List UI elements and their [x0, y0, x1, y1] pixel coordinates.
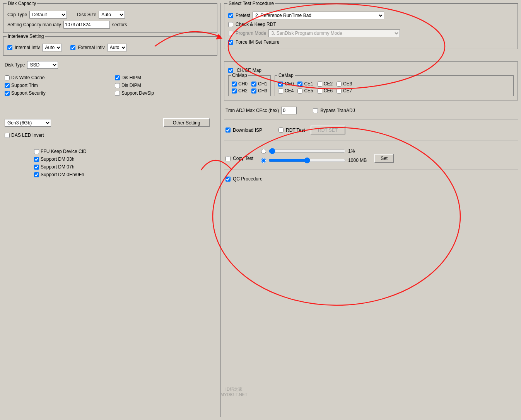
ce1-checkbox[interactable]	[297, 82, 302, 87]
dis-dipm-label[interactable]: Dis DIPM	[115, 83, 217, 88]
pretest-checkbox[interactable]	[228, 13, 233, 18]
qc-procedure-label: QC Procedure	[233, 176, 263, 182]
support-dm-07h-label[interactable]: Support DM 07h	[34, 164, 217, 170]
program-mode-label: Program Mode	[236, 31, 266, 36]
copy-test-checkbox[interactable]	[225, 156, 231, 161]
pretest-label: Pretest	[236, 13, 250, 18]
support-security-checkbox[interactable]	[5, 91, 10, 96]
program-mode-checkbox[interactable]	[228, 31, 233, 36]
tran-adj-label: Tran ADJ Max CEcc (hex)	[225, 108, 279, 113]
disk-capacity-title: Disk Capacity	[7, 1, 37, 6]
ce6-label[interactable]: CE6	[317, 88, 333, 94]
ce1-label[interactable]: CE1	[297, 81, 313, 87]
sectors-label: sectors	[112, 22, 127, 27]
support-trim-label[interactable]: Support Trim	[5, 83, 107, 88]
check-keep-rdt-checkbox[interactable]	[228, 22, 233, 27]
ffu-keep-device-cid-label[interactable]: FFU Keep Device CID	[34, 149, 217, 154]
set-button[interactable]: Set	[374, 154, 394, 163]
support-devslp-checkbox[interactable]	[115, 91, 120, 96]
ch2-checkbox[interactable]	[232, 88, 237, 94]
chmap-group: ChMap CH0 CH1	[228, 75, 271, 96]
bypass-tran-adj-label: Bypass TranADJ	[320, 108, 355, 113]
ch3-checkbox[interactable]	[251, 88, 256, 94]
rdt-test-checkbox[interactable]	[278, 128, 284, 133]
ch1-checkbox[interactable]	[251, 82, 256, 87]
ch2-label[interactable]: CH2	[232, 88, 248, 94]
ch-ce-map-group: CH/CE Map ChMap CH0 CH	[224, 61, 518, 100]
support-devslp-label[interactable]: Support DevSlp	[115, 90, 217, 96]
bypass-tran-adj-checkbox[interactable]	[313, 108, 318, 113]
setting-capacity-label: Setting Capacity manually	[7, 22, 61, 27]
ce2-label[interactable]: CE2	[317, 81, 333, 87]
qc-procedure-checkbox[interactable]	[225, 177, 231, 182]
ffu-keep-device-cid-checkbox[interactable]	[34, 149, 39, 154]
dis-dipm-checkbox[interactable]	[115, 83, 120, 88]
ch-ce-map-label: CH/CE Map	[236, 68, 263, 73]
internal-intlv-select[interactable]: Auto 1 2 4	[42, 44, 62, 51]
ce5-label[interactable]: CE5	[297, 88, 313, 94]
setting-capacity-input[interactable]	[63, 21, 110, 29]
ch0-label[interactable]: CH0	[232, 81, 248, 87]
ch3-label[interactable]: CH3	[251, 88, 267, 94]
disk-size-select[interactable]: Auto Custom	[99, 11, 125, 19]
copy-test-label: Copy Test	[233, 156, 253, 161]
slider2-range[interactable]	[268, 157, 346, 163]
ce3-checkbox[interactable]	[337, 82, 342, 87]
dis-write-cache-label[interactable]: Dis Write Cache	[5, 75, 107, 80]
external-intlv-label: External Intlv	[78, 45, 104, 50]
download-isp-label: Download ISP	[233, 128, 262, 133]
tran-adj-input[interactable]	[281, 107, 297, 114]
support-dm-0eh-checkbox[interactable]	[34, 172, 39, 177]
cap-type-select[interactable]: Default User Defined	[29, 11, 67, 19]
ce2-checkbox[interactable]	[317, 82, 322, 87]
force-im-set-feature-checkbox[interactable]	[228, 40, 233, 45]
dis-hipm-label[interactable]: Dis HIPM	[115, 75, 217, 80]
ce4-checkbox[interactable]	[278, 88, 283, 94]
ce7-checkbox[interactable]	[337, 88, 342, 94]
das-led-invert-label[interactable]: DAS LED Invert	[5, 133, 217, 138]
ce5-checkbox[interactable]	[297, 88, 302, 94]
ch-ce-map-checkbox[interactable]	[228, 68, 233, 73]
external-intlv-checkbox[interactable]	[70, 45, 75, 50]
internal-intlv-label: Internal Intlv	[15, 45, 40, 50]
ce6-checkbox[interactable]	[317, 88, 322, 94]
cemap-group: CeMap CE0 CE1	[275, 75, 514, 96]
internal-intlv-checkbox[interactable]	[7, 45, 12, 50]
slider1-value: 1%	[348, 148, 355, 154]
ch1-label[interactable]: CH1	[251, 81, 267, 87]
dis-hipm-checkbox[interactable]	[115, 75, 120, 80]
interleave-setting-group: Interleave Setting Internal Intlv Auto 1…	[3, 36, 217, 56]
disk-capacity-group: Disk Capacity Cap Type Default User Defi…	[3, 3, 217, 33]
support-trim-checkbox[interactable]	[5, 83, 10, 88]
cemap-title: CeMap	[277, 73, 295, 78]
slider2-value: 1000 MB	[348, 158, 367, 163]
support-dm-07h-checkbox[interactable]	[34, 165, 39, 170]
gen-select[interactable]: Gen1 (1.5Gb) Gen2 (3Gb) Gen3 (6Gb)	[5, 119, 51, 127]
check-keep-rdt-label: Check & Keep RDT	[236, 22, 276, 27]
rdt-test-label: RDT Test	[286, 128, 305, 133]
slider1-range[interactable]	[268, 148, 346, 154]
disk-type-select[interactable]: SSD HDD	[27, 61, 58, 69]
ce3-label[interactable]: CE3	[337, 81, 352, 87]
support-security-label[interactable]: Support Security	[5, 90, 107, 96]
slider1-radio[interactable]	[261, 149, 266, 154]
external-intlv-select[interactable]: Auto 1 2 4	[107, 44, 127, 51]
das-led-invert-checkbox[interactable]	[5, 133, 10, 138]
ce7-label[interactable]: CE7	[337, 88, 352, 94]
dis-write-cache-checkbox[interactable]	[5, 75, 10, 80]
support-dm-03h-label[interactable]: Support DM 03h	[34, 156, 217, 162]
support-dm-0eh-label[interactable]: Support DM 0Eh/0Fh	[34, 172, 217, 177]
pretest-select[interactable]: 1. Format 2. Reference RunTime Bad 3. Ot…	[253, 12, 384, 19]
other-setting-button[interactable]: Other Setting	[163, 118, 210, 127]
support-dm-03h-checkbox[interactable]	[34, 157, 39, 162]
interleave-setting-title: Interleave Setting	[7, 34, 45, 39]
ce4-label[interactable]: CE4	[278, 88, 294, 94]
slider2-radio[interactable]	[261, 158, 266, 163]
program-mode-select[interactable]: 1. Mode A 2. Mode B 3. SanDisk Program d…	[268, 29, 400, 37]
select-test-procedure-title: Select Test Procedure	[227, 1, 275, 6]
download-isp-checkbox[interactable]	[225, 128, 231, 133]
rdt-set-button[interactable]: RDT SET	[311, 126, 345, 134]
ch0-checkbox[interactable]	[232, 82, 237, 87]
ce0-label[interactable]: CE0	[278, 81, 294, 87]
ce0-checkbox[interactable]	[278, 82, 283, 87]
